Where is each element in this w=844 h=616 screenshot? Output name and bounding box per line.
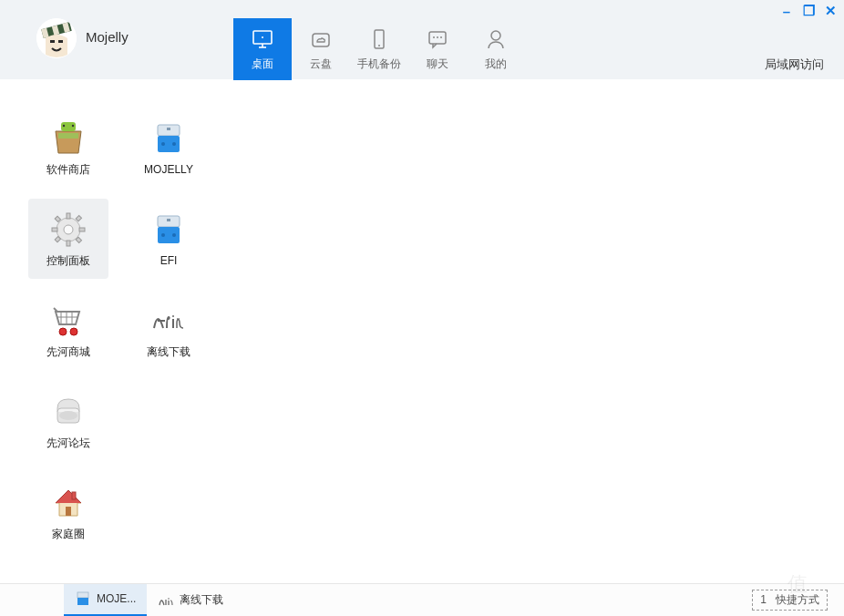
svg-rect-32 [79, 228, 85, 231]
taskbar-task-mojelly[interactable]: MOJE... [64, 584, 147, 617]
svg-rect-54 [72, 492, 76, 499]
cloud-icon [309, 27, 333, 51]
main-nav: 桌面 云盘 手机备份 聊天 我的 [233, 18, 525, 80]
sofa-icon [48, 392, 88, 432]
desktop-icon-label: MOJELLY [144, 163, 193, 176]
nav-desktop[interactable]: 桌面 [233, 18, 292, 80]
gear-icon [48, 210, 88, 250]
nav-backup[interactable]: 手机备份 [350, 18, 408, 80]
drive-icon [149, 210, 189, 251]
svg-point-22 [72, 124, 74, 126]
svg-rect-29 [67, 213, 70, 219]
svg-point-26 [161, 142, 165, 146]
svg-point-21 [63, 124, 65, 126]
phone-icon [367, 27, 391, 51]
nav-desktop-label: 桌面 [252, 56, 273, 72]
nav-mine[interactable]: 我的 [467, 18, 525, 80]
chat-icon [426, 27, 449, 51]
page-indicator: 1 [760, 593, 767, 606]
user-name: Mojelly [86, 29, 129, 45]
svg-rect-35 [76, 215, 81, 221]
taskbar-right: 1 快捷方式 [752, 590, 828, 611]
desktop-icon-app-store[interactable]: 软件商店 [28, 108, 108, 188]
nav-chat[interactable]: 聊天 [408, 18, 467, 80]
desktop-icon-offline-download[interactable]: 离线下载 [129, 290, 209, 370]
taskbar: MOJE... 离线下载 1 快捷方式 [0, 583, 844, 616]
desktop-icon-label: EFI [160, 254, 178, 267]
desktop-icon-label: 家庭圈 [52, 527, 85, 542]
svg-point-13 [378, 45, 380, 46]
svg-rect-39 [158, 227, 180, 243]
svg-rect-53 [66, 507, 71, 516]
desktop-icon-label: 离线下载 [147, 344, 190, 360]
svg-rect-56 [77, 598, 88, 605]
svg-rect-20 [58, 133, 78, 139]
house-icon [48, 483, 88, 523]
window-controls: – ❐ ✕ [778, 4, 839, 18]
desktop-icon-family-circle[interactable]: 家庭圈 [28, 472, 108, 552]
svg-point-27 [172, 142, 176, 146]
svg-point-37 [64, 225, 73, 234]
desktop-icon-mojelly-drive[interactable]: MOJELLY [129, 108, 209, 188]
svg-point-42 [172, 233, 176, 237]
svg-line-49 [54, 308, 57, 312]
bag-icon [48, 118, 88, 159]
drive-icon [75, 590, 91, 607]
nav-cloud-label: 云盘 [310, 56, 332, 72]
shortcut-hint: 快捷方式 [776, 593, 819, 606]
svg-point-41 [161, 233, 165, 237]
desktop-icon-label: 软件商店 [46, 162, 90, 178]
desktop-icon-control-panel[interactable]: 控制面板 [28, 199, 108, 279]
svg-point-18 [491, 31, 500, 40]
svg-point-48 [70, 328, 77, 335]
svg-rect-6 [58, 40, 63, 43]
svg-point-47 [59, 328, 67, 335]
svg-point-15 [433, 36, 435, 38]
svg-rect-5 [50, 40, 55, 43]
desktop-icon-efi-drive[interactable]: EFI [129, 199, 209, 279]
monitor-icon [251, 27, 274, 51]
desktop-icon-xianhe-mall[interactable]: 先河商城 [28, 290, 108, 370]
taskbar-task-offline-download[interactable]: 离线下载 [147, 584, 234, 617]
svg-point-16 [437, 36, 438, 38]
svg-rect-55 [77, 592, 88, 598]
cart-icon [48, 301, 88, 341]
svg-point-50 [172, 315, 174, 317]
desktop-area: 软件商店 MOJELLY 控制面板 EFI 先河商城 [0, 80, 844, 583]
svg-rect-24 [158, 136, 180, 152]
svg-rect-30 [67, 241, 70, 246]
minimize-button[interactable]: – [778, 4, 795, 18]
taskbar-task-label: MOJE... [97, 592, 136, 605]
close-button[interactable]: ✕ [822, 4, 839, 18]
aria-icon [158, 592, 174, 609]
aria-icon [149, 301, 189, 341]
svg-rect-31 [52, 228, 57, 231]
taskbar-shortcut-button[interactable]: 1 快捷方式 [752, 590, 828, 611]
svg-point-8 [262, 36, 263, 38]
lan-access-link[interactable]: 局域网访问 [765, 56, 824, 73]
taskbar-task-label: 离线下载 [180, 592, 223, 608]
nav-mine-label: 我的 [485, 56, 507, 72]
avatar[interactable] [36, 18, 77, 58]
nav-backup-label: 手机备份 [357, 56, 401, 72]
maximize-button[interactable]: ❐ [800, 4, 817, 18]
nav-chat-label: 聊天 [427, 56, 448, 72]
svg-rect-11 [313, 34, 329, 46]
desktop-icon-label: 先河商城 [46, 344, 90, 360]
nav-cloud[interactable]: 云盘 [292, 18, 350, 80]
user-icon [484, 27, 508, 51]
desktop-icon-label: 控制面板 [46, 253, 90, 269]
desktop-icon-xianhe-forum[interactable]: 先河论坛 [28, 381, 108, 461]
svg-point-52 [59, 411, 77, 420]
header: Mojelly 桌面 云盘 手机备份 聊天 [0, 0, 844, 80]
svg-rect-40 [167, 219, 170, 221]
desktop-icon-label: 先河论坛 [46, 436, 90, 451]
svg-point-17 [440, 36, 442, 38]
svg-point-57 [169, 598, 170, 600]
svg-rect-25 [167, 128, 170, 130]
desktop-icon-grid: 软件商店 MOJELLY 控制面板 EFI 先河商城 [18, 108, 826, 563]
drive-icon [149, 119, 189, 159]
